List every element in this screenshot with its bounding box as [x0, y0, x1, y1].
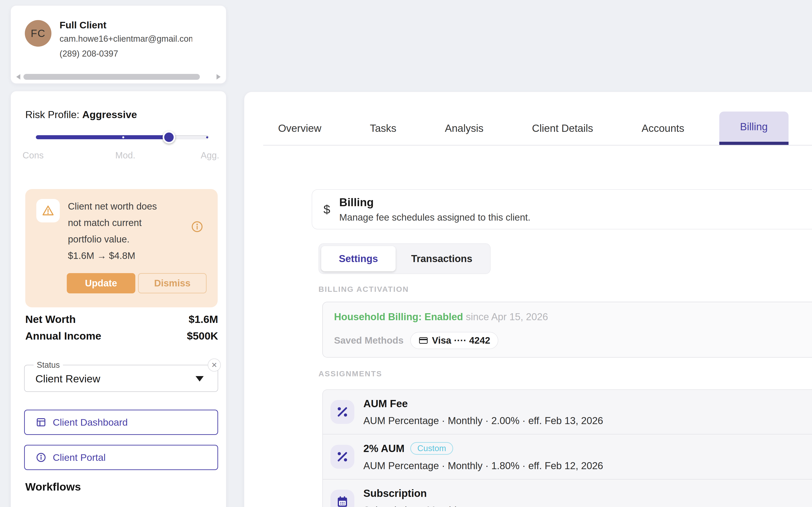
assignments-section-label: ASSIGNMENTS [318, 369, 812, 378]
credit-card-icon [418, 336, 428, 345]
client-dashboard-label: Client Dashboard [53, 417, 128, 428]
billing-title: Billing [339, 196, 530, 209]
client-summary-card: FC Full Client cam.howe16+clientmar@gmai… [10, 5, 226, 84]
risk-mark-moderate: Mod. [115, 150, 135, 160]
risk-mark-aggressive: Agg. [201, 150, 219, 160]
household-billing-since: since Apr 15, 2026 [463, 311, 548, 322]
scroll-left-arrow-icon[interactable] [16, 74, 20, 79]
household-billing-enabled: Household Billing: Enabled [334, 311, 463, 322]
avatar: FC [25, 20, 51, 47]
alert-change-values: $1.6M → $4.8M [68, 247, 194, 264]
saved-methods-row: Saved Methods Visa ···· 4242 [334, 332, 812, 349]
payment-method-chip: Visa ···· 4242 [410, 332, 498, 349]
tab-bar-divider [263, 145, 812, 146]
annual-income-value: $500K [187, 330, 218, 342]
segment-transactions[interactable]: Transactions [396, 246, 488, 271]
tab-billing[interactable]: Billing [719, 112, 789, 145]
dismiss-button[interactable]: Dismiss [138, 273, 207, 293]
billing-segmented-control: Settings Transactions [318, 243, 491, 274]
slider-mid-mark [122, 136, 124, 138]
tab-analysis[interactable]: Analysis [431, 112, 497, 145]
billing-activation-section-label: BILLING ACTIVATION [318, 285, 812, 294]
horizontal-scrollbar[interactable] [11, 73, 226, 80]
alert-message: Client net worth does not match current … [68, 198, 194, 264]
risk-mark-conservative: Cons [22, 150, 44, 160]
scrollbar-thumb[interactable] [23, 74, 200, 80]
billing-activation-box: Household Billing: Enabled since Apr 15,… [322, 302, 812, 357]
client-profile-card: Risk Profile: Aggressive Cons Mod. Agg. … [10, 91, 226, 507]
alert-line-2: not match current [68, 215, 194, 231]
client-detail-panel: Overview Tasks Analysis Client Details A… [244, 92, 812, 507]
assignment-title: AUM Fee [363, 397, 603, 410]
risk-slider-labels: Cons Mod. Agg. [22, 150, 219, 160]
assignments-list: AUM Fee AUM Percentage · Monthly · 2.00%… [322, 389, 812, 507]
client-portal-button[interactable]: Client Portal [24, 445, 218, 470]
clear-status-button[interactable]: ✕ [208, 358, 221, 372]
tab-overview[interactable]: Overview [265, 112, 335, 145]
dollar-icon: $ [323, 202, 330, 216]
tab-accounts[interactable]: Accounts [628, 112, 698, 145]
workflows-heading: Workflows [25, 481, 81, 493]
client-portal-label: Client Portal [53, 452, 106, 463]
risk-slider-thumb[interactable] [163, 131, 175, 144]
slider-end-mark [206, 136, 208, 138]
client-email: cam.howe16+clientmar@gmail.com [59, 34, 192, 44]
chevron-down-icon[interactable] [196, 376, 204, 382]
risk-profile-title: Risk Profile: Aggressive [25, 109, 137, 121]
status-value: Client Review [36, 373, 100, 385]
annual-income-label: Annual Income [25, 330, 101, 342]
assignment-row-subscription[interactable]: Subscription Subscription · Monthly [323, 480, 812, 507]
tab-tasks[interactable]: Tasks [356, 112, 410, 145]
status-select[interactable]: Status Client Review ✕ [24, 365, 218, 392]
payment-method-text: Visa ···· 4242 [432, 335, 490, 346]
tab-bar: Overview Tasks Analysis Client Details A… [244, 92, 812, 145]
percent-icon [331, 445, 354, 469]
dashboard-icon [36, 417, 46, 428]
assignment-title: Subscription [363, 487, 461, 499]
billing-subtitle: Manage fee schedules assigned to this cl… [339, 212, 530, 223]
client-phone: (289) 208-0397 [59, 49, 118, 59]
scroll-right-arrow-icon[interactable] [216, 74, 220, 79]
risk-profile-value: Aggressive [82, 109, 137, 120]
net-worth-row: Net Worth $1.6M [25, 313, 218, 325]
assignment-subtitle: AUM Percentage · Monthly · 2.00% · eff. … [363, 415, 603, 426]
risk-profile-label: Risk Profile: [25, 109, 82, 120]
slider-fill [36, 135, 169, 139]
assignment-title: 2% AUM Custom [363, 442, 603, 455]
info-circle-icon [36, 452, 46, 463]
client-name: Full Client [59, 19, 106, 31]
segment-settings[interactable]: Settings [321, 246, 396, 271]
assignment-row-aum-fee[interactable]: AUM Fee AUM Percentage · Monthly · 2.00%… [323, 390, 812, 435]
alert-line-3: portfolio value. [68, 231, 194, 247]
net-worth-alert: Client net worth does not match current … [25, 189, 218, 307]
assignment-subtitle: Subscription · Monthly [363, 505, 461, 507]
warning-icon [36, 199, 60, 222]
calendar-icon [331, 490, 354, 507]
client-dashboard-button[interactable]: Client Dashboard [24, 410, 218, 435]
alert-line-1: Client net worth does [68, 198, 194, 215]
assignment-row-2pct-aum[interactable]: 2% AUM Custom AUM Percentage · Monthly ·… [323, 435, 812, 480]
update-button[interactable]: Update [67, 273, 135, 293]
annual-income-row: Annual Income $500K [25, 330, 218, 342]
percent-icon [331, 400, 354, 424]
net-worth-value: $1.6M [189, 313, 218, 325]
tab-client-details[interactable]: Client Details [518, 112, 607, 145]
assignment-subtitle: AUM Percentage · Monthly · 1.80% · eff. … [363, 460, 603, 471]
status-label: Status [34, 360, 63, 370]
household-billing-status: Household Billing: Enabled since Apr 15,… [334, 311, 812, 323]
risk-slider[interactable] [36, 131, 209, 144]
custom-badge: Custom [410, 442, 453, 455]
net-worth-label: Net Worth [25, 313, 76, 325]
assignment-title-text: 2% AUM [363, 442, 404, 454]
billing-header-card: $ Billing Manage fee schedules assigned … [312, 189, 812, 229]
saved-methods-label: Saved Methods [334, 335, 404, 346]
